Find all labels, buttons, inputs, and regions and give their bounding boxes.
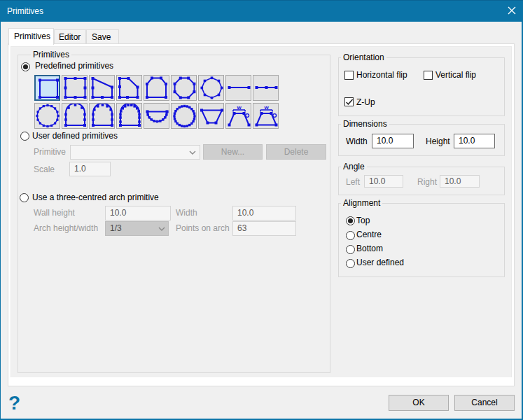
svg-text:w: w (236, 104, 242, 111)
svg-text:w: w (263, 104, 269, 111)
